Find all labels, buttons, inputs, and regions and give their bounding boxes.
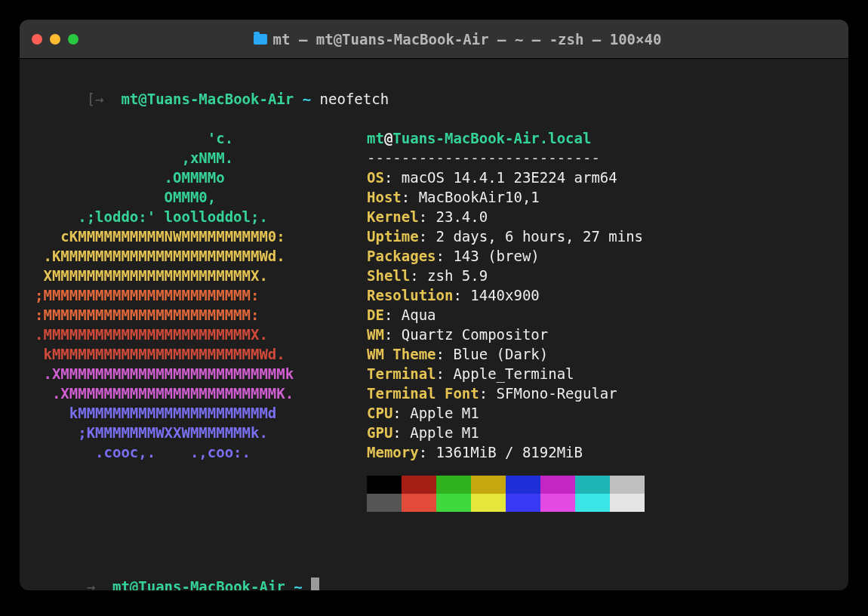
color-swatch <box>402 476 436 494</box>
prompt-line-2[interactable]: → mt@Tuans-MacBook-Air ~ <box>35 557 841 590</box>
color-swatch <box>367 476 402 494</box>
logo-line: .MMMMMMMMMMMMMMMMMMMMMMMMX. <box>35 325 367 344</box>
logo-line: ,xNMM. <box>35 148 367 168</box>
prompt-user: mt@Tuans-MacBook-Air <box>112 578 285 590</box>
info-row: WM: Quartz Compositor <box>367 325 645 344</box>
folder-icon <box>254 34 267 45</box>
terminal-window: mt — mt@Tuans-MacBook-Air — ~ — -zsh — 1… <box>20 20 848 590</box>
logo-line: .cooc,. .,coo:. <box>35 442 367 462</box>
info-header: mt@Tuans-MacBook-Air.local <box>367 128 645 148</box>
neofetch-output: 'c. ,xNMM. .OMMMMo OMMM0, .;loddo:' lool… <box>35 128 841 512</box>
color-swatch <box>436 494 471 512</box>
color-swatch <box>506 476 540 494</box>
logo-line: .OMMMMo <box>35 168 367 187</box>
logo-line: XMMMMMMMMMMMMMMMMMMMMMMMX. <box>35 266 367 285</box>
logo-line: 'c. <box>35 128 367 148</box>
logo-line: .XMMMMMMMMMMMMMMMMMMMMMMMMMMk <box>35 364 367 383</box>
color-swatch <box>540 494 575 512</box>
info-row: Terminal: Apple_Terminal <box>367 364 645 383</box>
logo-line: :MMMMMMMMMMMMMMMMMMMMMMMM: <box>35 305 367 325</box>
info-row: Uptime: 2 days, 6 hours, 27 mins <box>367 226 645 246</box>
logo-line: ;KMMMMMMMWXXWMMMMMMMk. <box>35 423 367 442</box>
prompt-command: neofetch <box>320 91 389 107</box>
color-swatch <box>610 476 645 494</box>
info-row: Packages: 143 (brew) <box>367 246 645 266</box>
info-row: Kernel: 23.4.0 <box>367 207 645 226</box>
logo-line: kMMMMMMMMMMMMMMMMMMMMMMMMWd. <box>35 344 367 364</box>
minimize-icon[interactable] <box>50 34 60 45</box>
logo-line: .;loddo:' loolloddol;. <box>35 207 367 226</box>
window-title-text: mt — mt@Tuans-MacBook-Air — ~ — -zsh — 1… <box>273 31 662 48</box>
ascii-logo: 'c. ,xNMM. .OMMMMo OMMM0, .;loddo:' lool… <box>35 128 367 512</box>
prompt-arrow: [→ <box>87 91 104 107</box>
prompt-user: mt@Tuans-MacBook-Air <box>121 91 294 107</box>
logo-line: OMMM0, <box>35 187 367 207</box>
color-swatch <box>471 476 506 494</box>
logo-line: cKMMMMMMMMMMNWMMMMMMMMMM0: <box>35 226 367 246</box>
system-info: mt@Tuans-MacBook-Air.local -------------… <box>367 128 645 512</box>
cursor <box>311 578 319 590</box>
color-swatches <box>367 476 645 512</box>
close-icon[interactable] <box>32 34 42 45</box>
info-separator: --------------------------- <box>367 148 645 168</box>
color-swatch <box>471 494 506 512</box>
titlebar: mt — mt@Tuans-MacBook-Air — ~ — -zsh — 1… <box>20 20 848 59</box>
logo-line: ;MMMMMMMMMMMMMMMMMMMMMMMM: <box>35 285 367 305</box>
color-swatch <box>540 476 575 494</box>
logo-line: .XMMMMMMMMMMMMMMMMMMMMMMMMK. <box>35 383 367 403</box>
color-swatch <box>436 476 471 494</box>
terminal-body[interactable]: [→ mt@Tuans-MacBook-Air ~ neofetch 'c. ,… <box>20 59 848 590</box>
color-swatch <box>575 494 610 512</box>
swatch-row-bright <box>367 494 645 512</box>
prompt-path: ~ <box>303 91 311 107</box>
info-row: WM Theme: Blue (Dark) <box>367 344 645 364</box>
color-swatch <box>402 494 436 512</box>
window-title: mt — mt@Tuans-MacBook-Air — ~ — -zsh — 1… <box>78 31 836 48</box>
logo-line: kMMMMMMMMMMMMMMMMMMMMMMd <box>35 403 367 423</box>
color-swatch <box>367 494 402 512</box>
info-row: OS: macOS 14.4.1 23E224 arm64 <box>367 168 645 187</box>
info-row: CPU: Apple M1 <box>367 403 645 423</box>
info-row: Resolution: 1440x900 <box>367 285 645 305</box>
info-row: DE: Aqua <box>367 305 645 325</box>
color-swatch <box>610 494 645 512</box>
prompt-path: ~ <box>294 578 302 590</box>
traffic-lights <box>32 34 78 45</box>
swatch-row-dark <box>367 476 645 494</box>
prompt-line: [→ mt@Tuans-MacBook-Air ~ neofetch <box>35 69 841 128</box>
info-row: Host: MacBookAir10,1 <box>367 187 645 207</box>
color-swatch <box>575 476 610 494</box>
info-row: Memory: 1361MiB / 8192MiB <box>367 442 645 462</box>
info-row: Shell: zsh 5.9 <box>367 266 645 285</box>
logo-line: .KMMMMMMMMMMMMMMMMMMMMMMMWd. <box>35 246 367 266</box>
info-row: Terminal Font: SFMono-Regular <box>367 383 645 403</box>
color-swatch <box>506 494 540 512</box>
info-row: GPU: Apple M1 <box>367 423 645 442</box>
prompt-arrow: → <box>87 578 95 590</box>
zoom-icon[interactable] <box>68 34 78 45</box>
